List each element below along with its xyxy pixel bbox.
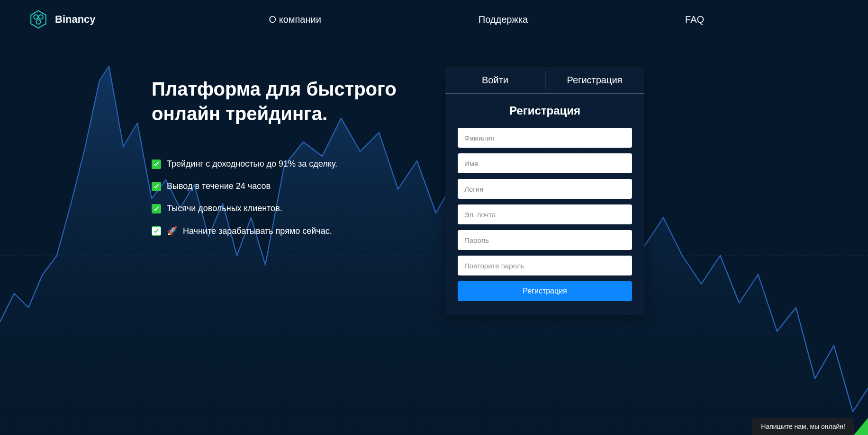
feature-text: Вывод в течение 24 часов (167, 181, 271, 191)
password2-field[interactable] (458, 256, 632, 275)
auth-tabs: Войти Регистрация (445, 67, 644, 94)
hero-title: Платформа для быстрого онлайн трейдинга. (152, 77, 398, 126)
feature-text: Тысячи довольных клиентов. (167, 204, 282, 213)
tab-register[interactable]: Регистрация (545, 67, 644, 93)
login-field[interactable] (458, 179, 632, 199)
logo[interactable]: Binancy (28, 9, 96, 29)
svg-point-2 (34, 15, 38, 19)
password-field[interactable] (458, 230, 632, 250)
header: Binancy О компании Поддержка FAQ (0, 0, 868, 34)
feature-item: Вывод в течение 24 часов (152, 181, 398, 191)
nav-support[interactable]: Поддержка (479, 14, 528, 25)
hero-left: Платформа для быстрого онлайн трейдинга.… (152, 67, 398, 315)
feature-text: Начните зарабатывать прямо сейчас. (183, 226, 332, 236)
tab-login[interactable]: Войти (445, 67, 545, 93)
register-button[interactable]: Регистрация (458, 281, 632, 301)
name-field[interactable] (458, 153, 632, 173)
main-nav: О компании Поддержка FAQ (96, 14, 840, 25)
logo-icon (28, 9, 48, 29)
check-icon (152, 226, 161, 236)
email-field[interactable] (458, 204, 632, 224)
register-form: Регистрация (458, 128, 632, 301)
logo-text: Binancy (55, 13, 96, 26)
svg-point-3 (39, 15, 43, 19)
feature-item: Трейдинг с доходностью до 91% за сделку. (152, 159, 398, 169)
hero: Платформа для быстрого онлайн трейдинга.… (0, 34, 868, 315)
surname-field[interactable] (458, 128, 632, 148)
svg-point-4 (36, 20, 40, 24)
feature-list: Трейдинг с доходностью до 91% за сделку.… (152, 159, 398, 236)
check-icon (152, 160, 161, 169)
chat-text[interactable]: Напишите нам, мы онлайн! (752, 418, 854, 435)
check-icon (152, 182, 161, 191)
feature-text: Трейдинг с доходностью до 91% за сделку. (167, 159, 337, 169)
feature-item: Тысячи довольных клиентов. (152, 204, 398, 213)
rocket-icon: 🚀 (167, 226, 177, 236)
chat-indicator-icon (854, 418, 868, 435)
check-icon (152, 204, 161, 213)
chat-widget[interactable]: Напишите нам, мы онлайн! (752, 418, 868, 435)
nav-faq[interactable]: FAQ (685, 14, 704, 25)
form-title: Регистрация (458, 104, 632, 117)
nav-about[interactable]: О компании (269, 14, 321, 25)
auth-card: Войти Регистрация Регистрация Регистраци… (445, 67, 644, 315)
feature-item: 🚀 Начните зарабатывать прямо сейчас. (152, 226, 398, 236)
